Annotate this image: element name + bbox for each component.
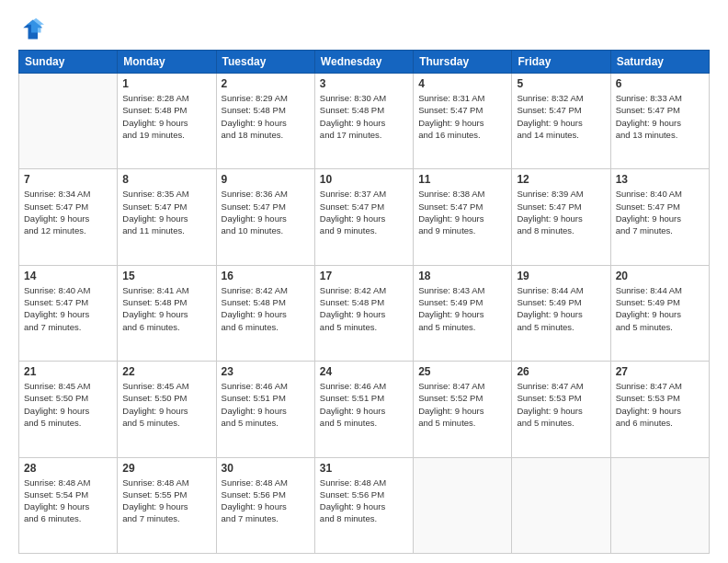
day-number: 1 xyxy=(122,77,210,90)
day-number: 3 xyxy=(320,77,408,90)
day-number: 17 xyxy=(320,270,408,282)
day-number: 10 xyxy=(320,173,408,186)
calendar-cell: 23Sunrise: 8:46 AMSunset: 5:51 PMDayligh… xyxy=(216,362,314,457)
day-info: Sunrise: 8:36 AMSunset: 5:47 PMDaylight:… xyxy=(222,188,310,236)
day-number: 26 xyxy=(517,365,605,378)
calendar-cell: 11Sunrise: 8:38 AMSunset: 5:47 PMDayligh… xyxy=(414,169,512,265)
calendar-cell xyxy=(512,457,610,553)
calendar-cell: 9Sunrise: 8:36 AMSunset: 5:47 PMDaylight… xyxy=(216,169,314,265)
day-info: Sunrise: 8:32 AMSunset: 5:47 PMDaylight:… xyxy=(517,92,605,141)
day-number: 21 xyxy=(24,365,112,378)
day-number: 14 xyxy=(24,270,112,282)
calendar-cell xyxy=(414,457,512,553)
day-info: Sunrise: 8:40 AMSunset: 5:47 PMDaylight:… xyxy=(616,188,704,236)
day-info: Sunrise: 8:48 AMSunset: 5:55 PMDaylight:… xyxy=(122,477,210,525)
day-info: Sunrise: 8:28 AMSunset: 5:48 PMDaylight:… xyxy=(122,92,210,141)
weekday-header-wednesday: Wednesday xyxy=(314,51,413,74)
calendar-cell: 17Sunrise: 8:42 AMSunset: 5:48 PMDayligh… xyxy=(314,265,413,361)
week-row-2: 7Sunrise: 8:34 AMSunset: 5:47 PMDaylight… xyxy=(19,169,710,265)
day-number: 27 xyxy=(616,365,704,378)
day-info: Sunrise: 8:45 AMSunset: 5:50 PMDaylight:… xyxy=(122,380,210,429)
calendar-cell: 25Sunrise: 8:47 AMSunset: 5:52 PMDayligh… xyxy=(414,362,512,457)
header xyxy=(18,17,710,42)
day-number: 22 xyxy=(122,365,210,378)
logo xyxy=(18,17,48,42)
day-number: 30 xyxy=(222,462,310,475)
day-info: Sunrise: 8:42 AMSunset: 5:48 PMDaylight:… xyxy=(222,284,310,333)
day-number: 29 xyxy=(122,462,210,475)
day-number: 20 xyxy=(616,270,704,282)
day-number: 28 xyxy=(24,462,112,475)
calendar-cell: 30Sunrise: 8:48 AMSunset: 5:56 PMDayligh… xyxy=(216,457,314,553)
day-info: Sunrise: 8:46 AMSunset: 5:51 PMDaylight:… xyxy=(222,380,310,429)
day-info: Sunrise: 8:43 AMSunset: 5:49 PMDaylight:… xyxy=(418,284,506,333)
day-number: 15 xyxy=(122,270,210,282)
day-number: 24 xyxy=(320,365,408,378)
weekday-header-row: SundayMondayTuesdayWednesdayThursdayFrid… xyxy=(19,51,710,74)
week-row-5: 28Sunrise: 8:48 AMSunset: 5:54 PMDayligh… xyxy=(19,457,710,553)
day-info: Sunrise: 8:47 AMSunset: 5:52 PMDaylight:… xyxy=(418,380,506,429)
day-number: 19 xyxy=(517,270,605,282)
calendar-cell: 6Sunrise: 8:33 AMSunset: 5:47 PMDaylight… xyxy=(610,74,709,169)
weekday-header-sunday: Sunday xyxy=(19,51,118,74)
calendar-cell: 12Sunrise: 8:39 AMSunset: 5:47 PMDayligh… xyxy=(512,169,610,265)
calendar-cell: 13Sunrise: 8:40 AMSunset: 5:47 PMDayligh… xyxy=(610,169,709,265)
day-info: Sunrise: 8:48 AMSunset: 5:54 PMDaylight:… xyxy=(24,477,112,525)
calendar-cell: 4Sunrise: 8:31 AMSunset: 5:47 PMDaylight… xyxy=(414,74,512,169)
day-info: Sunrise: 8:44 AMSunset: 5:49 PMDaylight:… xyxy=(517,284,605,333)
calendar-cell: 28Sunrise: 8:48 AMSunset: 5:54 PMDayligh… xyxy=(19,457,118,553)
calendar-cell: 21Sunrise: 8:45 AMSunset: 5:50 PMDayligh… xyxy=(19,362,118,457)
day-info: Sunrise: 8:39 AMSunset: 5:47 PMDaylight:… xyxy=(517,188,605,236)
calendar-cell: 8Sunrise: 8:35 AMSunset: 5:47 PMDaylight… xyxy=(118,169,216,265)
week-row-3: 14Sunrise: 8:40 AMSunset: 5:47 PMDayligh… xyxy=(19,265,710,361)
calendar-cell xyxy=(19,74,118,169)
day-number: 16 xyxy=(222,270,310,282)
day-info: Sunrise: 8:45 AMSunset: 5:50 PMDaylight:… xyxy=(24,380,112,429)
day-info: Sunrise: 8:30 AMSunset: 5:48 PMDaylight:… xyxy=(320,92,408,141)
weekday-header-friday: Friday xyxy=(512,51,610,74)
day-number: 12 xyxy=(517,173,605,186)
calendar-cell: 16Sunrise: 8:42 AMSunset: 5:48 PMDayligh… xyxy=(216,265,314,361)
day-info: Sunrise: 8:42 AMSunset: 5:48 PMDaylight:… xyxy=(320,284,408,333)
day-info: Sunrise: 8:48 AMSunset: 5:56 PMDaylight:… xyxy=(222,477,310,525)
calendar-cell: 19Sunrise: 8:44 AMSunset: 5:49 PMDayligh… xyxy=(512,265,610,361)
day-number: 6 xyxy=(616,77,704,90)
day-info: Sunrise: 8:46 AMSunset: 5:51 PMDaylight:… xyxy=(320,380,408,429)
calendar-cell: 26Sunrise: 8:47 AMSunset: 5:53 PMDayligh… xyxy=(512,362,610,457)
day-number: 18 xyxy=(418,270,506,282)
day-number: 25 xyxy=(418,365,506,378)
calendar-cell: 29Sunrise: 8:48 AMSunset: 5:55 PMDayligh… xyxy=(118,457,216,553)
weekday-header-tuesday: Tuesday xyxy=(216,51,314,74)
day-info: Sunrise: 8:40 AMSunset: 5:47 PMDaylight:… xyxy=(24,284,112,333)
day-number: 8 xyxy=(122,173,210,186)
day-info: Sunrise: 8:41 AMSunset: 5:48 PMDaylight:… xyxy=(122,284,210,333)
day-info: Sunrise: 8:29 AMSunset: 5:48 PMDaylight:… xyxy=(222,92,310,141)
day-info: Sunrise: 8:34 AMSunset: 5:47 PMDaylight:… xyxy=(24,188,112,236)
calendar-cell: 14Sunrise: 8:40 AMSunset: 5:47 PMDayligh… xyxy=(19,265,118,361)
calendar-table: SundayMondayTuesdayWednesdayThursdayFrid… xyxy=(18,50,710,554)
day-number: 5 xyxy=(517,77,605,90)
day-info: Sunrise: 8:47 AMSunset: 5:53 PMDaylight:… xyxy=(517,380,605,429)
calendar-cell: 7Sunrise: 8:34 AMSunset: 5:47 PMDaylight… xyxy=(19,169,118,265)
day-info: Sunrise: 8:44 AMSunset: 5:49 PMDaylight:… xyxy=(616,284,704,333)
calendar-cell xyxy=(610,457,709,553)
day-number: 31 xyxy=(320,462,408,475)
calendar-cell: 22Sunrise: 8:45 AMSunset: 5:50 PMDayligh… xyxy=(118,362,216,457)
day-info: Sunrise: 8:31 AMSunset: 5:47 PMDaylight:… xyxy=(418,92,506,141)
day-number: 9 xyxy=(222,173,310,186)
weekday-header-thursday: Thursday xyxy=(414,51,512,74)
day-info: Sunrise: 8:48 AMSunset: 5:56 PMDaylight:… xyxy=(320,477,408,525)
week-row-4: 21Sunrise: 8:45 AMSunset: 5:50 PMDayligh… xyxy=(19,362,710,457)
calendar-cell: 27Sunrise: 8:47 AMSunset: 5:53 PMDayligh… xyxy=(610,362,709,457)
calendar-cell: 15Sunrise: 8:41 AMSunset: 5:48 PMDayligh… xyxy=(118,265,216,361)
calendar-cell: 1Sunrise: 8:28 AMSunset: 5:48 PMDaylight… xyxy=(118,74,216,169)
calendar-cell: 2Sunrise: 8:29 AMSunset: 5:48 PMDaylight… xyxy=(216,74,314,169)
calendar-cell: 20Sunrise: 8:44 AMSunset: 5:49 PMDayligh… xyxy=(610,265,709,361)
logo-icon xyxy=(18,17,44,42)
day-info: Sunrise: 8:38 AMSunset: 5:47 PMDaylight:… xyxy=(418,188,506,236)
day-number: 4 xyxy=(418,77,506,90)
weekday-header-saturday: Saturday xyxy=(610,51,709,74)
day-number: 23 xyxy=(222,365,310,378)
day-number: 2 xyxy=(222,77,310,90)
day-info: Sunrise: 8:35 AMSunset: 5:47 PMDaylight:… xyxy=(122,188,210,236)
